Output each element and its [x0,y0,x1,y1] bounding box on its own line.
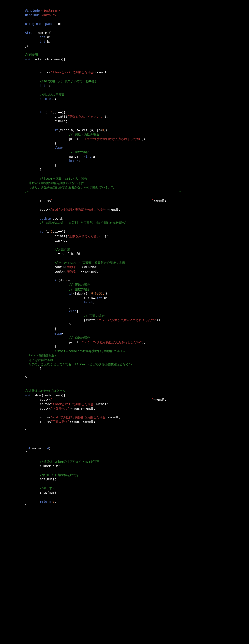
else-kw-1: else [54,146,62,149]
cout-jissu-pre: cout<< [54,270,65,273]
for-cond-2b: ;;i++){ [52,230,65,233]
else-kw-2: else [69,309,77,313]
printf-err-1: printf( [69,137,82,141]
show-call: show(num); [40,491,58,494]
show-cout-sep-str: "---------------------------------------… [51,398,153,401]
printf-err-end-3: ); [142,341,146,344]
if-kw-fabs: if [69,292,73,295]
for2-close: } [40,367,42,370]
int-cast-1: int [86,155,91,158]
cout-modf-str: "modfで少数部と実数部を分離した場合" [51,208,107,211]
printf-err-end-1: ); [142,137,146,141]
include-file-1: <iostream> [42,9,60,12]
set-func-name: set(number &num){ [32,58,65,61]
preproc-include-2: #include [25,13,42,17]
comment-separator: /*--------------------------------------… [25,190,183,194]
comment-for: //for文用（メンドクサイので下と共通） [40,80,98,83]
comment-jissu-case: // 実数の場合 [84,314,105,317]
set-func-close: } [25,376,27,379]
show-cout-floor-str: "floorとceilで判断した場合" [51,402,95,406]
cout-sep-post: <<endl; [153,199,166,202]
printf-err-str-1: "エラー¥n少数か負数が入力されました¥n" [82,137,142,141]
if-d-cond: (d>= [58,279,65,282]
int-kw-i: int [40,84,45,88]
var-b: b; [45,40,51,43]
for-kw-1: for [40,111,45,114]
show-cout-floor-pre: cout<< [40,402,51,406]
return-kw: return [40,500,51,503]
show-cout-sep-pre: cout<< [40,398,51,401]
comment-fusu-case: // 負数の場合 [69,336,90,339]
if-floor-close: } [54,141,56,145]
for-kw-2: for [40,230,45,233]
printf-err-3: printf( [69,341,82,344]
comment-bcd: /*b＝読み込み値 c＝分割した実数部 d＝分割した整数部*/ [40,221,126,224]
var-bcd: b,c,d; [51,217,63,220]
num-decl: number num; [40,464,60,468]
printf-end-2: ); [105,234,108,238]
comment-sekkaku: //せっかくなので、実数部・整数部の分割後を表示 [54,261,125,264]
num-a-end: )a; [91,155,97,158]
for-cond-1: (i= [45,111,51,114]
cout-modf-post: <<endl; [107,208,120,211]
int-kw-b: int [40,40,45,43]
main-open: { [25,451,27,454]
printf-str-2: "正数を入れてください：" [67,234,104,238]
modf-line: c = modf(b, &d); [54,252,84,256]
printf-err-end-2: ); [157,318,160,322]
cout-modf-pre: cout<< [40,208,51,211]
int-kw-main: int [25,447,31,450]
cout-sep-pre: cout<< [40,199,51,202]
else-open-1: { [62,146,63,149]
show-cout-b-str: "正数表示：" [51,420,70,424]
show-cout-a-str: "正数表示：" [51,407,70,410]
main-name: main( [31,447,42,450]
show-cout-floor-post: <<endl; [96,402,108,406]
cout-jissu-str: "実数部：" [65,270,81,273]
void-kw-set: void [25,58,32,61]
var-i: i; [45,84,51,88]
fabs-cond: (fabs(c)<= [73,292,91,295]
int-cast-2: int [97,296,102,300]
preproc-include-1: #include [25,9,42,12]
show-cout-modf-pre: cout<< [40,416,51,419]
using-namespace-ident: std; [54,22,62,26]
comment-seisu-case2: // 整数の場合 [69,288,90,291]
cout-seisu-str: "整数部：" [65,265,81,269]
comment-floor-exp: /*floor＝床数 ceil＝天井関数 床数が天井関数の場合少数部はないはず。… [25,177,115,189]
struct-kw: struct [25,31,36,34]
else-close-3: } [54,345,56,348]
cout-seisu-pre: cout<< [54,265,65,269]
show-cout-b-post: <<num.b<<endl; [70,420,95,424]
show-cout-modf-post: <<endl; [107,416,120,419]
set-call: set(num); [40,478,56,481]
else-close-2: } [69,323,71,326]
main-name-end: ) [49,447,51,450]
show-func-close: } [25,429,27,432]
comment-kansu: //関数setに構造体をわたす。 [40,473,82,477]
break-kw-1: break [69,159,78,163]
for-cond2-1: ;;i++){ [52,111,65,114]
using-namespace-kw: using namespace [25,22,54,26]
void-kw-show: void [25,394,32,397]
printf-err-str-2: "エラー¥n少数か負数が入力されました¥n" [97,318,157,322]
main-close: } [25,504,27,507]
struct-close: }; [25,44,29,48]
comment-hanbetsu: //判断用 [25,53,38,56]
double-kw-a: double [40,97,51,101]
fabs-num: 0.00001 [91,292,104,295]
printf-err-2: printf( [84,318,97,322]
num-b-assign: num.b=( [84,296,97,300]
for1-close: } [40,168,42,171]
comment-modf-exp: /*modf＝doubleの数字を少数部と整数部に分ける。 fabs＝絶対値を返… [25,349,132,366]
comment-seisu-case: // 正数の場合 [69,283,90,286]
show-cout-modf-str: "modfで少数部と実数部を分離した場合" [51,416,107,419]
printf-err-str-3: "エラー¥n少数か負数が入力されました¥n" [82,341,142,344]
show-cout-b-pre: cout<< [40,420,51,424]
fabs-close: } [69,305,71,309]
show-cout-a-post: <<num.a<<endl; [70,407,95,410]
if-d-outer-close: } [54,327,56,331]
include-file-2: <math.h> [42,13,56,17]
double-kw-bcd: double [40,217,51,220]
cout-str-1: "floorとceilで判断した場合" [51,71,95,74]
